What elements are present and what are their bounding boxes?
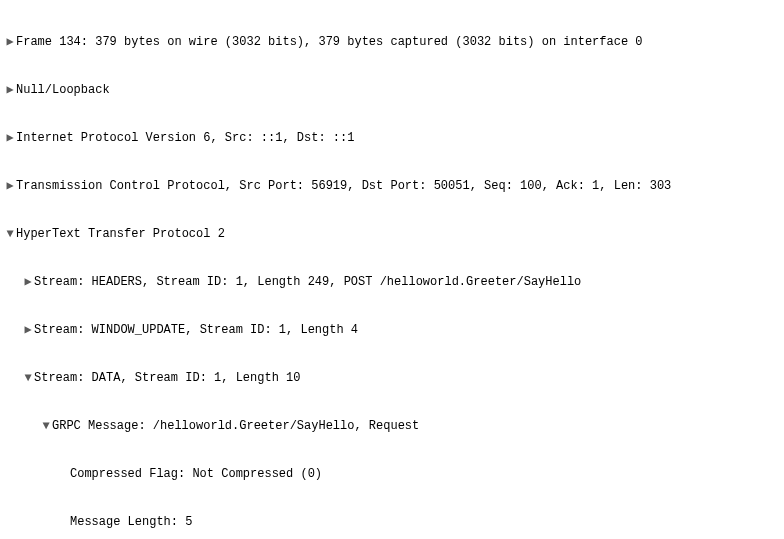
tree-label-tcp: Transmission Control Protocol, Src Port:… <box>16 178 671 194</box>
tree-row-null-loopback[interactable]: ▶ Null/Loopback <box>4 82 780 98</box>
tree-label-compressed-flag: Compressed Flag: Not Compressed (0) <box>70 466 322 482</box>
tree-row-stream-data[interactable]: ▼ Stream: DATA, Stream ID: 1, Length 10 <box>4 370 780 386</box>
expand-arrow-right-icon[interactable]: ▶ <box>4 34 16 50</box>
tree-row-tcp[interactable]: ▶ Transmission Control Protocol, Src Por… <box>4 178 780 194</box>
expand-arrow-down-icon[interactable]: ▼ <box>40 418 52 434</box>
tree-label-stream-headers: Stream: HEADERS, Stream ID: 1, Length 24… <box>34 274 581 290</box>
expand-arrow-right-icon[interactable]: ▶ <box>22 274 34 290</box>
tree-label-stream-window-update-1: Stream: WINDOW_UPDATE, Stream ID: 1, Len… <box>34 322 358 338</box>
tree-label-grpc-message: GRPC Message: /helloworld.Greeter/SayHel… <box>52 418 419 434</box>
tree-label-ipv6: Internet Protocol Version 6, Src: ::1, D… <box>16 130 354 146</box>
tree-row-ipv6[interactable]: ▶ Internet Protocol Version 6, Src: ::1,… <box>4 130 780 146</box>
tree-row-stream-headers[interactable]: ▶ Stream: HEADERS, Stream ID: 1, Length … <box>4 274 780 290</box>
tree-label-message-length: Message Length: 5 <box>70 514 192 530</box>
tree-row-frame[interactable]: ▶ Frame 134: 379 bytes on wire (3032 bit… <box>4 34 780 50</box>
tree-row-compressed-flag[interactable]: Compressed Flag: Not Compressed (0) <box>4 466 780 482</box>
expand-arrow-right-icon[interactable]: ▶ <box>4 130 16 146</box>
tree-row-stream-window-update-1[interactable]: ▶ Stream: WINDOW_UPDATE, Stream ID: 1, L… <box>4 322 780 338</box>
packet-details-tree[interactable]: ▶ Frame 134: 379 bytes on wire (3032 bit… <box>0 0 784 539</box>
expand-arrow-right-icon[interactable]: ▶ <box>4 178 16 194</box>
expand-arrow-right-icon[interactable]: ▶ <box>4 82 16 98</box>
expand-arrow-right-icon[interactable]: ▶ <box>22 322 34 338</box>
tree-row-grpc-message[interactable]: ▼ GRPC Message: /helloworld.Greeter/SayH… <box>4 418 780 434</box>
expand-arrow-down-icon[interactable]: ▼ <box>22 370 34 386</box>
tree-label-null: Null/Loopback <box>16 82 110 98</box>
tree-label-frame: Frame 134: 379 bytes on wire (3032 bits)… <box>16 34 643 50</box>
expand-arrow-down-icon[interactable]: ▼ <box>4 226 16 242</box>
tree-label-http2: HyperText Transfer Protocol 2 <box>16 226 225 242</box>
tree-row-message-length[interactable]: Message Length: 5 <box>4 514 780 530</box>
tree-label-stream-data: Stream: DATA, Stream ID: 1, Length 10 <box>34 370 300 386</box>
tree-row-http2[interactable]: ▼ HyperText Transfer Protocol 2 <box>4 226 780 242</box>
